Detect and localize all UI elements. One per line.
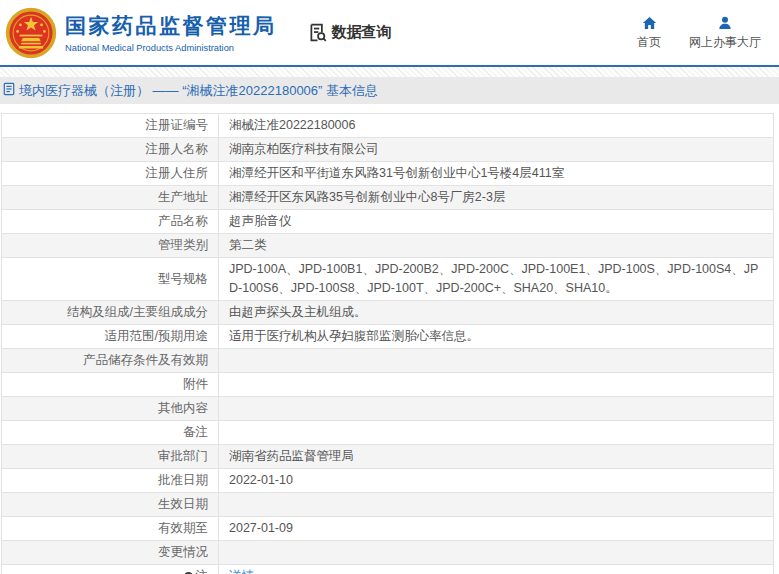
row-value (219, 349, 773, 372)
logo-area: 国家药品监督管理局 National Medical Products Admi… (5, 7, 277, 59)
row-value (219, 541, 773, 564)
table-row: 型号规格JPD-100A、JPD-100B1、JPD-200B2、JPD-200… (2, 258, 773, 301)
row-value (219, 493, 773, 516)
row-label: 注册人名称 (2, 138, 219, 161)
row-label: 产品名称 (2, 210, 219, 233)
row-value: 超声胎音仪 (219, 210, 773, 233)
table-row: 生效日期 (2, 493, 773, 517)
site-header: 国家药品监督管理局 National Medical Products Admi… (0, 0, 779, 65)
row-value: 湘潭经开区东风路35号创新创业中心8号厂房2-3层 (219, 186, 773, 209)
row-value: 由超声探头及主机组成。 (219, 301, 773, 324)
info-table: 注册证编号湘械注准20222180006注册人名称湖南京柏医疗科技有限公司注册人… (1, 113, 774, 574)
breadcrumb-title: 境内医疗器械（注册） —— “湘械注准20222180006” 基本信息 (19, 82, 378, 100)
row-label: 生产地址 (2, 186, 219, 209)
nav-online-hall-label: 网上办事大厅 (689, 34, 761, 51)
table-row: 生产地址湘潭经开区东风路35号创新创业中心8号厂房2-3层 (2, 186, 773, 210)
row-label: 适用范围/预期用途 (2, 325, 219, 348)
table-row: 产品储存条件及有效期 (2, 349, 773, 373)
row-value: 详情 (219, 565, 773, 574)
row-value (219, 421, 773, 444)
row-value: 湖南京柏医疗科技有限公司 (219, 138, 773, 161)
row-value: 2022-01-10 (219, 469, 773, 492)
row-label: 管理类别 (2, 234, 219, 257)
top-nav: 首页 网上办事大厅 (637, 15, 761, 51)
row-value (219, 373, 773, 396)
nav-home-label: 首页 (637, 34, 661, 51)
table-row: 适用范围/预期用途适用于医疗机构从孕妇腹部监测胎心率信息。 (2, 325, 773, 349)
row-value: 第二类 (219, 234, 773, 257)
row-value: 2027-01-09 (219, 517, 773, 540)
org-names: 国家药品监督管理局 National Medical Products Admi… (65, 12, 277, 53)
row-value: 湘械注准20222180006 (219, 114, 773, 137)
user-icon (717, 15, 733, 31)
row-label: 注册证编号 (2, 114, 219, 137)
org-name: 国家药品监督管理局 (65, 12, 277, 40)
row-value: 适用于医疗机构从孕妇腹部监测胎心率信息。 (219, 325, 773, 348)
nav-online-hall[interactable]: 网上办事大厅 (689, 15, 761, 51)
table-row: 变更情况 (2, 541, 773, 565)
data-query-heading: 数据查询 (307, 22, 392, 43)
row-label: 注 (2, 565, 219, 574)
row-label: 附件 (2, 373, 219, 396)
org-name-en: National Medical Products Administration (65, 43, 277, 53)
table-row: 附件 (2, 373, 773, 397)
row-label: 其他内容 (2, 397, 219, 420)
table-row: 备注 (2, 421, 773, 445)
data-query-label: 数据查询 (332, 23, 392, 42)
table-row: 其他内容 (2, 397, 773, 421)
row-label: 产品储存条件及有效期 (2, 349, 219, 372)
row-value: JPD-100A、JPD-100B1、JPD-200B2、JPD-200C、JP… (219, 258, 773, 300)
data-query-icon (307, 22, 328, 43)
row-label: 型号规格 (2, 258, 219, 300)
detail-link[interactable]: 详情 (229, 567, 254, 574)
row-label: 变更情况 (2, 541, 219, 564)
table-row: 有效期至2027-01-09 (2, 517, 773, 541)
row-value: 湖南省药品监督管理局 (219, 445, 773, 468)
row-value (219, 397, 773, 420)
document-icon (3, 82, 15, 99)
row-label: 批准日期 (2, 469, 219, 492)
row-label: 有效期至 (2, 517, 219, 540)
table-row: 注详情 (2, 565, 773, 574)
table-row: 管理类别第二类 (2, 234, 773, 258)
row-label: 注册人住所 (2, 162, 219, 185)
row-label: 结构及组成/主要组成成分 (2, 301, 219, 324)
home-icon (641, 15, 658, 31)
table-row: 注册人名称湖南京柏医疗科技有限公司 (2, 138, 773, 162)
nav-home[interactable]: 首页 (637, 15, 661, 51)
row-label: 备注 (2, 421, 219, 444)
table-row: 注册人住所湘潭经开区和平街道东风路31号创新创业中心1号楼4层411室 (2, 162, 773, 186)
table-row: 结构及组成/主要组成成分由超声探头及主机组成。 (2, 301, 773, 325)
table-row: 注册证编号湘械注准20222180006 (2, 114, 773, 138)
row-label: 审批部门 (2, 445, 219, 468)
table-row: 审批部门湖南省药品监督管理局 (2, 445, 773, 469)
row-label: 生效日期 (2, 493, 219, 516)
row-value: 湘潭经开区和平街道东风路31号创新创业中心1号楼4层411室 (219, 162, 773, 185)
table-row: 批准日期2022-01-10 (2, 469, 773, 493)
table-row: 产品名称超声胎音仪 (2, 210, 773, 234)
national-emblem-icon (5, 7, 57, 59)
breadcrumb: 境内医疗器械（注册） —— “湘械注准20222180006” 基本信息 (0, 77, 779, 104)
texture-strip (0, 67, 779, 77)
